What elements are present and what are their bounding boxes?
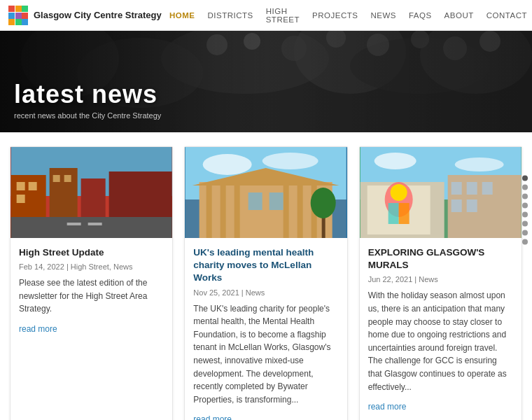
pagination-dot-2[interactable] xyxy=(522,185,528,190)
svg-rect-66 xyxy=(451,182,461,195)
pagination-dot-6[interactable] xyxy=(522,221,528,227)
svg-rect-29 xyxy=(29,182,37,190)
svg-rect-37 xyxy=(67,223,81,225)
news-cards-grid: High Street Update Feb 14, 2022 | High S… xyxy=(10,146,522,420)
site-logo-icon xyxy=(8,6,28,25)
svg-rect-67 xyxy=(466,182,477,195)
card-1-read-more[interactable]: read more xyxy=(19,324,57,334)
logo-area: Glasgow City Centre Strategy xyxy=(8,6,169,25)
svg-rect-32 xyxy=(53,175,60,182)
svg-rect-5 xyxy=(22,13,28,19)
nav-news[interactable]: NEWS xyxy=(370,11,396,20)
svg-point-63 xyxy=(390,184,407,201)
svg-rect-0 xyxy=(8,6,15,12)
hero-subtitle: recent news about the City Centre Strate… xyxy=(14,111,161,120)
svg-rect-68 xyxy=(482,182,492,195)
card-2-text: The UK's leading charity for people's me… xyxy=(193,302,338,407)
card-2-title: UK's leading mental health charity moves… xyxy=(193,246,338,285)
pagination-dot-8[interactable] xyxy=(522,239,528,245)
svg-rect-7 xyxy=(15,19,22,25)
hero-banner: latest news recent news about the City C… xyxy=(0,31,532,132)
pagination-dot-3[interactable] xyxy=(522,194,528,200)
svg-rect-6 xyxy=(8,19,15,25)
svg-rect-69 xyxy=(451,200,461,212)
svg-rect-48 xyxy=(298,186,303,238)
svg-rect-65 xyxy=(398,203,409,224)
card-1-title: High Street Update xyxy=(19,246,164,259)
card-1-text: Please see the latest edition of the new… xyxy=(19,276,164,316)
svg-point-42 xyxy=(262,153,318,169)
pagination-dot-1[interactable] xyxy=(522,176,528,181)
svg-rect-2 xyxy=(22,6,28,12)
card-1-body: High Street Update Feb 14, 2022 | High S… xyxy=(10,238,172,344)
card-1-meta: Feb 14, 2022 | High Street, News xyxy=(19,262,164,271)
news-card-3: EXPLORING GLASGOW'S MURALS Jun 22, 2021 … xyxy=(359,146,522,420)
card-3-image xyxy=(360,147,522,238)
svg-rect-38 xyxy=(88,223,102,225)
card-3-meta: Jun 22, 2021 | News xyxy=(368,275,513,284)
svg-rect-36 xyxy=(11,217,172,238)
svg-rect-30 xyxy=(17,195,25,203)
nav-projects[interactable]: PROJECTS xyxy=(312,11,358,20)
nav-districts[interactable]: DISTRICTS xyxy=(208,11,253,20)
nav-about[interactable]: ABOUT xyxy=(444,11,474,20)
hero-title: latest news xyxy=(14,80,161,108)
nav-faqs[interactable]: FAQS xyxy=(409,11,432,20)
hero-content: latest news recent news about the City C… xyxy=(14,80,161,120)
svg-point-41 xyxy=(203,154,252,175)
svg-rect-8 xyxy=(22,19,28,25)
svg-rect-47 xyxy=(284,186,289,238)
svg-rect-1 xyxy=(15,6,22,12)
main-nav: HOME DISTRICTS HIGH STREET PROJECTS NEWS… xyxy=(169,7,532,24)
svg-point-54 xyxy=(311,188,336,218)
svg-point-57 xyxy=(374,153,416,169)
svg-rect-70 xyxy=(466,200,477,212)
svg-rect-52 xyxy=(270,192,284,210)
svg-rect-28 xyxy=(17,182,25,190)
card-3-title: EXPLORING GLASGOW'S MURALS xyxy=(368,246,513,272)
card-3-read-more[interactable]: read more xyxy=(368,402,407,412)
svg-rect-46 xyxy=(234,186,240,238)
news-card-1: High Street Update Feb 14, 2022 | High S… xyxy=(10,146,173,420)
card-2-meta: Nov 25, 2021 | News xyxy=(193,288,338,297)
card-1-image xyxy=(10,147,172,238)
svg-rect-64 xyxy=(388,203,398,224)
nav-high-street[interactable]: HIGH STREET xyxy=(266,7,300,24)
card-2-image xyxy=(185,147,346,238)
svg-rect-3 xyxy=(8,13,15,19)
nav-contact[interactable]: CONTACT xyxy=(486,11,527,20)
svg-rect-45 xyxy=(220,186,226,238)
svg-rect-4 xyxy=(15,13,22,19)
site-header: Glasgow City Centre Strategy HOME DISTRI… xyxy=(0,0,532,31)
card-3-body: EXPLORING GLASGOW'S MURALS Jun 22, 2021 … xyxy=(360,238,522,420)
card-2-read-more[interactable]: read more xyxy=(193,414,232,420)
pagination-dot-7[interactable] xyxy=(522,230,528,236)
card-3-text: With the holiday season almost upon us, … xyxy=(368,289,513,393)
svg-rect-33 xyxy=(64,175,71,182)
pagination-dot-5[interactable] xyxy=(522,212,528,218)
site-logo-text: Glasgow City Centre Strategy xyxy=(34,10,162,20)
nav-home[interactable]: HOME xyxy=(169,11,195,20)
side-pagination-dots[interactable] xyxy=(522,176,528,245)
svg-rect-44 xyxy=(206,186,212,238)
news-card-2: UK's leading mental health charity moves… xyxy=(184,146,347,420)
news-cards-section: High Street Update Feb 14, 2022 | High S… xyxy=(0,132,532,420)
svg-rect-51 xyxy=(248,192,262,210)
svg-point-58 xyxy=(454,158,503,172)
pagination-dot-4[interactable] xyxy=(522,203,528,209)
card-2-body: UK's leading mental health charity moves… xyxy=(185,238,346,420)
